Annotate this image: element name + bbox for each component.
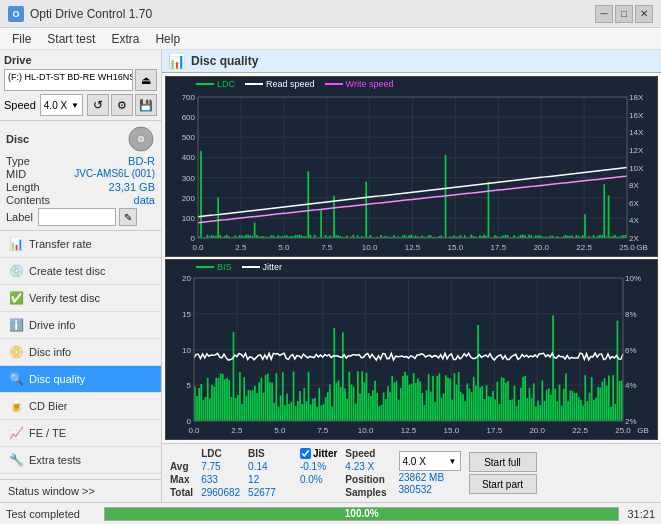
stats-avg-bis: 0.14	[244, 460, 280, 473]
chart1-legend: LDC Read speed Write speed	[196, 79, 393, 89]
jitter-checkbox[interactable]	[300, 448, 311, 459]
stats-speed-value: 4.23 X	[341, 460, 390, 473]
close-button[interactable]: ✕	[635, 5, 653, 23]
stats-row: LDC BIS Jitter Speed Avg 7.75 0.14	[162, 443, 661, 502]
nav-verify-test-disc-label: Verify test disc	[29, 292, 100, 304]
chart2-container: BIS Jitter	[165, 259, 658, 440]
stats-max-jitter: 0.0%	[296, 473, 341, 486]
stats-total-label: Total	[166, 486, 197, 499]
title-bar: O Opti Drive Control 1.70 ─ □ ✕	[0, 0, 661, 28]
disc-label-button[interactable]: ✎	[119, 208, 137, 226]
disc-icon	[127, 125, 155, 153]
stats-ldc-header: LDC	[197, 447, 244, 460]
speed-select-combo[interactable]: 4.0 X▼	[399, 451, 461, 471]
stats-table: LDC BIS Jitter Speed Avg 7.75 0.14	[166, 447, 391, 499]
disc-type-value: BD-R	[128, 155, 155, 167]
stats-avg-label: Avg	[166, 460, 197, 473]
chart-header-icon: 📊	[168, 53, 185, 69]
verify-test-disc-icon: ✅	[8, 290, 24, 306]
maximize-button[interactable]: □	[615, 5, 633, 23]
disc-contents-label: Contents	[6, 194, 50, 206]
stats-position-value: 23862 MB	[399, 472, 461, 483]
chart-title: Disc quality	[191, 54, 258, 68]
transfer-rate-icon: 📊	[8, 236, 24, 252]
status-window-button[interactable]: Status window >>	[0, 479, 161, 502]
ldc-chart	[166, 77, 657, 256]
bis-legend-label: BIS	[217, 262, 232, 272]
drive-label: Drive	[4, 54, 157, 66]
nav-cd-bier-label: CD Bier	[29, 400, 68, 412]
app-title: Opti Drive Control 1.70	[30, 7, 152, 21]
nav-items: 📊 Transfer rate 💿 Create test disc ✅ Ver…	[0, 231, 161, 479]
menu-extra[interactable]: Extra	[103, 30, 147, 48]
stats-samples-value: 380532	[399, 484, 461, 495]
stats-max-ldc: 633	[197, 473, 244, 486]
menu-start-test[interactable]: Start test	[39, 30, 103, 48]
eject-button[interactable]: ⏏	[135, 69, 157, 91]
disc-mid-value: JVC-AMS6L (001)	[74, 168, 155, 180]
chart1-container: LDC Read speed Write speed	[165, 76, 658, 257]
nav-transfer-rate[interactable]: 📊 Transfer rate	[0, 231, 161, 258]
status-window-label: Status window >>	[8, 485, 95, 497]
bis-legend-color	[196, 266, 214, 268]
nav-extra-tests-label: Extra tests	[29, 454, 81, 466]
ldc-legend-label: LDC	[217, 79, 235, 89]
nav-disc-info[interactable]: 📀 Disc info	[0, 339, 161, 366]
nav-create-test-disc[interactable]: 💿 Create test disc	[0, 258, 161, 285]
chart2-legend: BIS Jitter	[196, 262, 282, 272]
status-time: 31:21	[627, 508, 655, 520]
status-text: Test completed	[6, 508, 96, 520]
speed-label: Speed	[4, 99, 36, 111]
minimize-button[interactable]: ─	[595, 5, 613, 23]
nav-disc-quality[interactable]: 🔍 Disc quality	[0, 366, 161, 393]
drive-combo[interactable]: (F:) HL-DT-ST BD-RE WH16NS58 TST4	[4, 69, 133, 91]
cd-bier-icon: 🍺	[8, 398, 24, 414]
nav-disc-info-label: Disc info	[29, 346, 71, 358]
extra-tests-icon: 🔧	[8, 452, 24, 468]
left-panel: Drive (F:) HL-DT-ST BD-RE WH16NS58 TST4 …	[0, 50, 162, 502]
nav-extra-tests[interactable]: 🔧 Extra tests	[0, 447, 161, 474]
stats-position-label: Position	[341, 473, 390, 486]
refresh-button[interactable]: ↺	[87, 94, 109, 116]
stats-avg-jitter: -0.1%	[296, 460, 341, 473]
disc-mid-label: MID	[6, 168, 26, 180]
speed-combo[interactable]: 4.0 X▼	[40, 94, 83, 116]
progress-bar-container: 100.0%	[104, 507, 619, 521]
read-speed-legend-color	[245, 83, 263, 85]
settings-button[interactable]: ⚙	[111, 94, 133, 116]
start-full-button[interactable]: Start full	[469, 452, 537, 472]
nav-fe-te[interactable]: 📈 FE / TE	[0, 420, 161, 447]
nav-cd-bier[interactable]: 🍺 CD Bier	[0, 393, 161, 420]
right-panel: 📊 Disc quality LDC	[162, 50, 661, 502]
app-icon: O	[8, 6, 24, 22]
read-speed-legend-label: Read speed	[266, 79, 315, 89]
stats-jitter-header: Jitter	[296, 447, 341, 460]
stats-speed-header: Speed	[341, 447, 390, 460]
disc-label-input[interactable]	[38, 208, 116, 226]
stats-max-bis: 12	[244, 473, 280, 486]
progress-bar: 100.0%	[105, 508, 618, 520]
charts-area: LDC Read speed Write speed	[162, 73, 661, 443]
create-test-disc-icon: 💿	[8, 263, 24, 279]
svg-point-2	[140, 138, 143, 141]
jitter-legend-color	[242, 266, 260, 268]
menu-file[interactable]: File	[4, 30, 39, 48]
nav-transfer-rate-label: Transfer rate	[29, 238, 92, 250]
start-part-button[interactable]: Start part	[469, 474, 537, 494]
status-bar: Test completed 100.0% 31:21	[0, 502, 661, 524]
drive-info-icon: ℹ️	[8, 317, 24, 333]
stats-spacer	[280, 447, 296, 460]
bis-jitter-chart	[166, 260, 657, 439]
write-speed-legend-label: Write speed	[346, 79, 394, 89]
menu-bar: File Start test Extra Help	[0, 28, 661, 50]
save-button[interactable]: 💾	[135, 94, 157, 116]
nav-drive-info[interactable]: ℹ️ Drive info	[0, 312, 161, 339]
nav-verify-test-disc[interactable]: ✅ Verify test disc	[0, 285, 161, 312]
nav-drive-info-label: Drive info	[29, 319, 75, 331]
stats-total-ldc: 2960682	[197, 486, 244, 499]
menu-help[interactable]: Help	[147, 30, 188, 48]
start-buttons: Start full Start part	[469, 452, 537, 494]
disc-length-label: Length	[6, 181, 40, 193]
disc-length-value: 23,31 GB	[109, 181, 155, 193]
disc-type-label: Type	[6, 155, 30, 167]
